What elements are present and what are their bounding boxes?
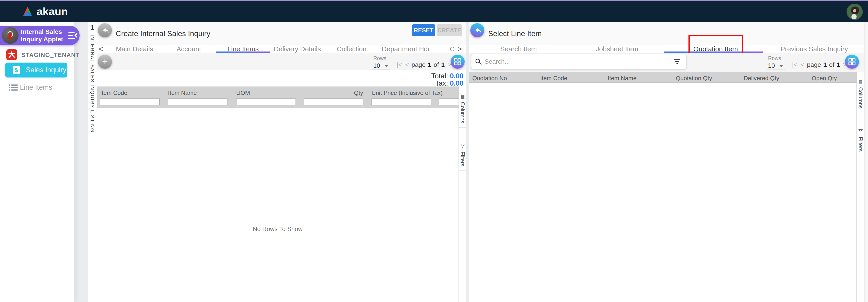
filter-input-uom[interactable] <box>236 99 296 105</box>
filter-input-unit-price[interactable] <box>371 99 431 105</box>
filter-funnel-icon <box>460 143 465 148</box>
rows-dropdown-caret-icon[interactable] <box>779 65 783 67</box>
total-label: Total: <box>431 72 448 80</box>
filter-input-truncated[interactable] <box>439 99 459 105</box>
tabs-scroll-left-icon[interactable]: < <box>99 44 103 53</box>
applet-name: Internal Sales Inquiry Applet <box>21 28 70 43</box>
tab-search-item[interactable]: Search Item <box>500 45 537 53</box>
filter-input-item-name[interactable] <box>168 99 227 105</box>
columns-side-tab[interactable]: Columns <box>459 92 466 128</box>
tax-value: 0.00 <box>450 79 464 87</box>
right-title-row: Select Line Item <box>469 22 864 45</box>
tab-account[interactable]: Account <box>177 45 201 53</box>
vertical-scrollbar[interactable] <box>865 22 868 302</box>
columns-tab-label: Columns <box>459 102 466 127</box>
tab-truncated[interactable]: C <box>450 45 455 53</box>
logo-text: akaun <box>37 5 68 18</box>
tab-delivery-details[interactable]: Delivery Details <box>274 45 321 53</box>
column-header-item-name[interactable]: Item Name <box>608 75 637 82</box>
applet-header[interactable]: Internal Sales Inquiry Applet <box>0 26 80 45</box>
listing-tab-label: INTERNAL SALES INQUIRY LISTING <box>89 35 95 133</box>
tab-jobsheet-item[interactable]: Jobsheet Item <box>596 45 638 53</box>
rows-label: Rows <box>373 55 386 61</box>
grid-view-button[interactable] <box>845 55 859 69</box>
column-header-open-qty[interactable]: Open Qty <box>812 75 837 82</box>
tenant-label: STAGING_TENANT <box>22 52 80 59</box>
filters-tab-label: Filters <box>459 152 466 170</box>
grid-view-button[interactable] <box>451 55 465 69</box>
column-header-item-code[interactable]: Item Code <box>540 75 567 82</box>
search-input[interactable] <box>484 58 674 66</box>
select-line-item-title: Select Line Item <box>488 29 542 38</box>
back-arrow-icon <box>101 26 109 35</box>
select-line-item-panel: Select Line Item Search Item Jobsheet It… <box>469 22 864 302</box>
rows-per-page-select[interactable]: 10 <box>373 62 380 69</box>
rows-per-page-select[interactable]: 10 <box>768 62 775 69</box>
column-header-delivered-qty[interactable]: Delivered Qty <box>744 75 779 82</box>
total-value: 0.00 <box>450 72 464 80</box>
filter-input-item-code[interactable] <box>100 99 160 105</box>
top-navigation-bar: akaun <box>0 1 868 22</box>
listing-vertical-tab[interactable]: 1 INTERNAL SALES INQUIRY LISTING <box>87 22 97 302</box>
totals-block: Total:0.00 Tax:0.00 <box>97 70 465 87</box>
grid-header-row: Item Code Item Name UOM Qty Unit Price (… <box>97 87 459 108</box>
sales-inquiry-label: Sales Inquiry <box>26 66 66 74</box>
grid-side-bar: Columns Filters <box>459 87 466 302</box>
sidebar-collapse-icon[interactable] <box>68 31 77 40</box>
rows-dropdown-caret-icon[interactable] <box>384 65 389 67</box>
create-button[interactable]: CREATE <box>437 24 462 36</box>
filter-list-icon[interactable] <box>674 59 680 64</box>
user-avatar[interactable] <box>846 4 863 20</box>
current-page: 1 <box>428 61 431 68</box>
quotation-items-grid: Quotation No Item Code Item Name Quotati… <box>469 72 857 302</box>
main-title-row: Create Internal Sales Inquiry RESET CREA… <box>97 22 466 45</box>
tax-row: Tax:0.00 <box>435 79 464 88</box>
tab-department-hdr[interactable]: Department Hdr <box>382 45 430 53</box>
page-word: page <box>807 61 821 68</box>
line-items-label: Line Items <box>20 83 52 92</box>
back-button[interactable] <box>98 23 112 37</box>
filters-side-tab[interactable]: Filters <box>459 140 466 171</box>
tabs-scroll-right-icon[interactable]: > <box>457 44 462 53</box>
filter-input-qty[interactable] <box>304 99 363 105</box>
prev-page-button[interactable]: < <box>405 61 409 68</box>
page-word: page <box>411 61 426 68</box>
column-header-uom[interactable]: UOM <box>236 90 250 96</box>
grid-icon <box>454 58 462 66</box>
prev-page-button[interactable]: < <box>801 61 804 68</box>
listing-tab-number: 1 <box>88 24 97 31</box>
first-page-button[interactable]: |< <box>792 61 798 68</box>
column-header-unit-price[interactable]: Unit Price (Inclusive of Tax) <box>371 90 431 96</box>
annotation-highlight-box <box>688 35 743 54</box>
rows-select-underline <box>767 70 785 70</box>
back-arrow-icon <box>473 26 482 35</box>
tab-collection[interactable]: Collection <box>337 45 367 53</box>
tab-previous-sales-inquiry[interactable]: Previous Sales Inquiry <box>780 45 848 53</box>
tenant-row[interactable]: STAGING_TENANT <box>0 49 74 61</box>
akaun-triangle-icon <box>22 6 33 17</box>
search-box[interactable] <box>471 54 686 69</box>
column-header-item-code[interactable]: Item Code <box>100 90 127 96</box>
column-header-item-name[interactable]: Item Name <box>168 90 197 96</box>
column-header-quotation-qty[interactable]: Quotation Qty <box>676 75 712 82</box>
column-header-qty[interactable]: Qty <box>304 90 363 96</box>
columns-side-tab[interactable]: Columns <box>857 77 864 113</box>
tab-main-details[interactable]: Main Details <box>116 45 153 53</box>
tax-label: Tax: <box>435 79 448 87</box>
select-back-button[interactable] <box>470 23 484 37</box>
page-title: Create Internal Sales Inquiry <box>116 29 210 38</box>
filters-side-tab[interactable]: Filters <box>857 125 864 156</box>
column-header-quotation-no[interactable]: Quotation No <box>472 75 507 82</box>
line-items-grid: Item Code Item Name UOM Qty Unit Price (… <box>97 87 459 302</box>
filters-tab-label: Filters <box>857 137 864 156</box>
add-line-button[interactable]: + <box>98 55 112 69</box>
sidebar-item-sales-inquiry[interactable]: $ Sales Inquiry <box>5 63 67 77</box>
grid-side-bar: Columns Filters <box>857 72 864 302</box>
rows-label: Rows <box>768 55 781 61</box>
akaun-logo[interactable]: akaun <box>22 5 68 18</box>
first-page-button[interactable]: |< <box>397 61 402 68</box>
sidebar-item-line-items[interactable]: Line Items <box>0 82 74 92</box>
current-page: 1 <box>823 61 827 68</box>
applet-avatar <box>2 27 19 44</box>
reset-button[interactable]: RESET <box>412 24 435 36</box>
